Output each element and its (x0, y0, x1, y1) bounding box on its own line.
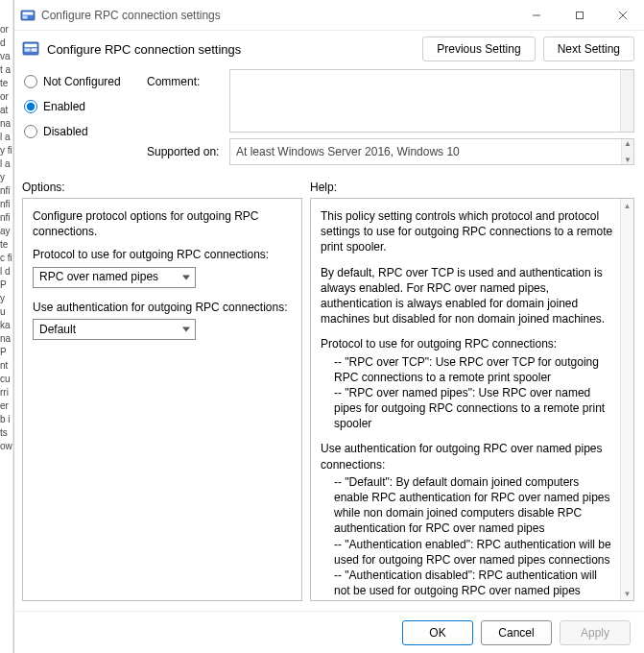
options-intro: Configure protocol options for outgoing … (33, 208, 292, 239)
maximize-button[interactable] (558, 0, 601, 31)
help-text: -- "Authentication disabled": RPC authen… (334, 568, 614, 600)
previous-setting-button[interactable]: Previous Setting (422, 36, 535, 61)
options-heading: Options: (22, 181, 310, 194)
svg-rect-1 (23, 12, 34, 14)
help-pane: This policy setting controls which proto… (310, 198, 634, 601)
cancel-button[interactable]: Cancel (481, 620, 552, 645)
svg-rect-4 (576, 12, 583, 18)
supported-on-value: At least Windows Server 2016, Windows 10… (229, 138, 634, 165)
minimize-button[interactable] (514, 0, 558, 31)
window-title: Configure RPC connection settings (41, 9, 221, 22)
background-window-sliver: ord vat ate or at nal ay fil ay nfi nfi … (0, 0, 13, 653)
header-title: Configure RPC connection settings (47, 42, 241, 57)
next-setting-button[interactable]: Next Setting (543, 36, 634, 61)
radio-label: Disabled (43, 125, 88, 138)
protocol-dropdown[interactable]: RPC over named pipes (33, 267, 196, 288)
section-labels: Options: Help: (14, 179, 644, 198)
svg-rect-2 (23, 15, 28, 18)
dialog-footer: OK Cancel Apply (14, 611, 644, 653)
radio-disabled[interactable]: Disabled (22, 119, 147, 144)
radio-enabled[interactable]: Enabled (22, 94, 147, 119)
radio-not-configured[interactable]: Not Configured (22, 69, 147, 94)
help-text: -- "RPC over named pipes": Use RPC over … (334, 385, 614, 432)
radio-label: Not Configured (43, 75, 121, 88)
help-text: -- "Default": By default domain joined c… (334, 474, 614, 537)
apply-button[interactable]: Apply (560, 620, 631, 645)
body-panes: Configure protocol options for outgoing … (14, 198, 644, 611)
auth-dropdown[interactable]: Default (33, 319, 196, 340)
close-button[interactable] (601, 0, 644, 31)
state-radios: Not Configured Enabled Disabled (22, 69, 147, 171)
supported-scrollbar[interactable]: ▲▼ (621, 139, 633, 164)
help-scrollbar[interactable]: ▲ ▼ (620, 199, 633, 600)
app-icon (20, 8, 36, 23)
policy-dialog: Configure RPC connection settings Config… (13, 0, 644, 653)
radio-label: Enabled (43, 100, 85, 113)
title-bar: Configure RPC connection settings (14, 0, 644, 31)
scroll-down-icon[interactable]: ▼ (621, 587, 633, 600)
scroll-up-icon[interactable]: ▲ (621, 199, 633, 212)
svg-rect-9 (25, 48, 31, 51)
help-text: By default, RPC over TCP is used and aut… (321, 265, 614, 327)
protocol-label: Protocol to use for outgoing RPC connect… (33, 247, 292, 262)
auth-dropdown-value: Default (39, 322, 76, 337)
help-text: -- "Authentication enabled": RPC authent… (334, 537, 614, 568)
header-row: Configure RPC connection settings Previo… (14, 31, 644, 65)
policy-icon (22, 40, 39, 58)
comment-label: Comment: (147, 69, 229, 88)
help-text: -- "RPC over TCP": Use RPC over TCP for … (334, 354, 614, 385)
comment-textarea[interactable] (229, 69, 634, 133)
options-pane: Configure protocol options for outgoing … (22, 198, 302, 601)
svg-rect-8 (25, 44, 37, 47)
svg-rect-10 (32, 48, 37, 51)
state-and-meta: Not Configured Enabled Disabled Comment:… (14, 65, 644, 179)
protocol-dropdown-value: RPC over named pipes (39, 269, 158, 284)
supported-on-label: Supported on: (147, 145, 229, 158)
help-heading: Help: (310, 181, 337, 194)
help-text: This policy setting controls which proto… (321, 208, 614, 255)
help-text: Use authentication for outgoing RPC over… (321, 441, 614, 472)
help-text: Protocol to use for outgoing RPC connect… (321, 336, 614, 351)
auth-label: Use authentication for outgoing RPC conn… (33, 300, 292, 315)
ok-button[interactable]: OK (402, 620, 473, 645)
